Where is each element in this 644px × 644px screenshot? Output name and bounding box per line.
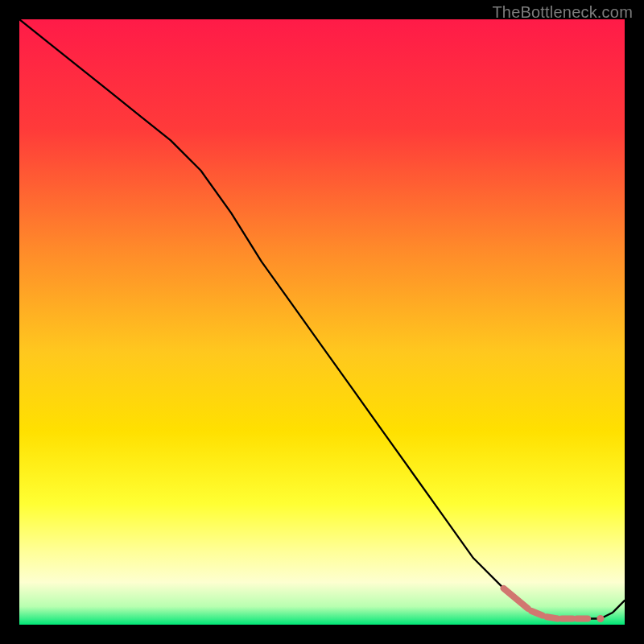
heatmap-background [19, 19, 625, 625]
svg-point-0 [597, 615, 604, 622]
bottleneck-chart [19, 19, 625, 625]
watermark-text: TheBottleneck.com [492, 3, 633, 22]
